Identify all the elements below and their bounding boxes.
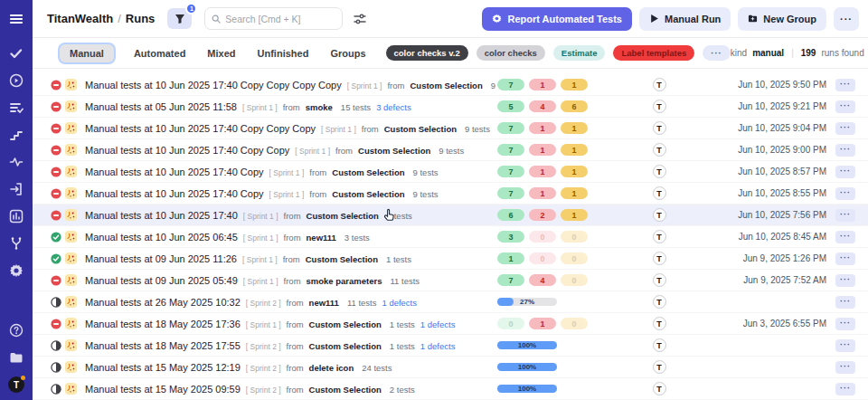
user-avatar[interactable]: T	[8, 376, 24, 393]
run-from-label: from	[287, 385, 304, 395]
row-more-button[interactable]: ···	[835, 296, 855, 309]
report-automated-tests-button[interactable]: Report Automated Tests	[482, 7, 632, 31]
header-more-button[interactable]: ···	[834, 7, 859, 31]
run-timestamp: Jun 10, 2025 9:21 PM	[709, 101, 835, 111]
author-avatar[interactable]: T	[653, 100, 666, 113]
breadcrumb-project[interactable]: TitanWealth	[47, 12, 113, 25]
activity-icon[interactable]	[9, 154, 24, 169]
traceability-icon[interactable]	[9, 235, 24, 251]
projects-icon[interactable]	[9, 349, 24, 365]
run-tag[interactable]: Estimate	[553, 45, 606, 61]
search-box[interactable]	[204, 7, 343, 30]
run-title-cell: Manual tests at 10 Jun 2025 17:40 Copy […	[85, 167, 497, 177]
author-cell: T	[609, 382, 709, 395]
row-more-button[interactable]: ···	[835, 361, 855, 374]
run-tests: 24 tests	[362, 363, 392, 373]
run-from-label: from	[284, 233, 301, 243]
author-avatar[interactable]: T	[653, 143, 666, 157]
run-defects-link[interactable]: 1 defects	[420, 341, 456, 351]
import-icon[interactable]	[9, 181, 24, 196]
runs-icon[interactable]	[9, 72, 24, 88]
tab-automated[interactable]: Automated	[132, 44, 187, 62]
author-avatar[interactable]: T	[653, 230, 666, 243]
row-more-button[interactable]: ···	[835, 339, 855, 352]
row-more-button[interactable]: ···	[835, 166, 855, 178]
run-row[interactable]: Manual tests at 10 Jun 2025 17:40 Copy C…	[33, 139, 868, 161]
author-avatar[interactable]: T	[653, 338, 666, 352]
tab-mixed[interactable]: Mixed	[205, 44, 237, 62]
author-avatar[interactable]: T	[653, 252, 666, 265]
search-input[interactable]	[225, 14, 335, 24]
menu-icon[interactable]	[9, 11, 24, 26]
author-avatar[interactable]: T	[653, 78, 666, 91]
row-more-button[interactable]: ···	[835, 100, 855, 113]
row-more-button[interactable]: ···	[835, 187, 855, 200]
new-group-button[interactable]: New Group	[738, 7, 826, 31]
run-tag[interactable]: Label templates	[613, 45, 694, 61]
run-from-label: from	[287, 363, 304, 373]
settings-icon[interactable]	[9, 262, 24, 278]
tab-unfinished[interactable]: Unfinished	[256, 44, 311, 62]
test-cases-icon[interactable]	[9, 45, 24, 61]
run-from-label: from	[287, 341, 304, 351]
analytics-icon[interactable]	[9, 208, 24, 224]
filter-bar: ManualAutomatedMixedUnfinishedGroups col…	[33, 38, 868, 69]
run-row[interactable]: Manual tests at 10 Jun 2025 17:40 Copy […	[33, 183, 868, 205]
run-from-label: from	[284, 276, 301, 286]
author-avatar[interactable]: T	[653, 121, 666, 135]
row-more-button[interactable]: ···	[835, 383, 855, 395]
run-row[interactable]: Manual tests at 10 Jun 2025 17:40 Copy C…	[33, 118, 868, 139]
row-more-button[interactable]: ···	[835, 231, 855, 243]
author-avatar[interactable]: T	[653, 317, 666, 330]
run-tag[interactable]: color checks v.2	[386, 45, 468, 61]
author-avatar[interactable]: T	[653, 208, 666, 222]
run-row[interactable]: Manual tests at 10 Jun 2025 17:40 [ Spri…	[33, 205, 868, 226]
run-sprint: [ Sprint 2 ]	[246, 299, 281, 308]
filter-button[interactable]: 1	[167, 8, 192, 29]
author-avatar[interactable]: T	[653, 360, 666, 374]
author-avatar[interactable]: T	[653, 273, 666, 287]
run-row[interactable]: Manual tests at 10 Jun 2025 06:45 [ Spri…	[33, 226, 868, 248]
tab-groups[interactable]: Groups	[328, 44, 367, 62]
run-row[interactable]: Manual tests at 09 Jun 2025 05:49 [ Spri…	[33, 270, 868, 291]
run-row[interactable]: Manual tests at 10 Jun 2025 17:40 Copy […	[33, 161, 868, 183]
run-row[interactable]: Manual tests at 15 May 2025 09:59 [ Spri…	[33, 378, 868, 400]
run-tests: 9 tests	[465, 124, 490, 134]
display-settings-icon[interactable]	[354, 13, 366, 25]
run-defects-link[interactable]: 1 defects	[382, 298, 417, 308]
run-tests: 11 tests	[391, 276, 420, 286]
tab-manual[interactable]: Manual	[60, 44, 114, 62]
author-avatar[interactable]: T	[653, 382, 666, 395]
run-row[interactable]: Manual tests at 18 May 2025 17:55 [ Spri…	[33, 335, 868, 357]
review-icon[interactable]	[9, 100, 24, 115]
shared-steps-icon[interactable]	[9, 127, 24, 142]
run-row[interactable]: Manual tests at 18 May 2025 17:36 [ Spri…	[33, 313, 868, 335]
run-row[interactable]: Manual tests at 26 May 2025 10:32 [ Spri…	[33, 291, 868, 313]
run-defects-link[interactable]: 3 defects	[376, 102, 411, 112]
run-row[interactable]: Manual tests at 15 May 2025 12:19 [ Spri…	[33, 357, 868, 378]
run-tests: 9 tests	[387, 211, 412, 221]
status-in-progress-icon	[51, 362, 65, 373]
status-failed-icon	[51, 188, 65, 199]
author-avatar[interactable]: T	[653, 186, 666, 200]
help-icon[interactable]	[9, 322, 24, 338]
manual-run-button[interactable]: Manual Run	[639, 7, 731, 31]
run-defects-link[interactable]: 1 defects	[420, 319, 456, 329]
author-avatar[interactable]: T	[653, 295, 666, 309]
run-row[interactable]: Manual tests at 09 Jun 2025 11:26 [ Spri…	[33, 248, 868, 270]
run-source: Custom Selection	[309, 385, 382, 395]
result-pills: 7 1 1	[497, 166, 609, 177]
tags-more-button[interactable]: ···	[703, 45, 731, 61]
author-avatar[interactable]: T	[653, 165, 666, 178]
row-more-button[interactable]: ···	[835, 274, 855, 287]
run-tag[interactable]: color checks	[476, 45, 545, 61]
row-more-button[interactable]: ···	[835, 252, 855, 265]
row-more-button[interactable]: ···	[835, 79, 855, 91]
row-more-button[interactable]: ···	[835, 318, 855, 330]
run-row[interactable]: Manual tests at 05 Jun 2025 11:58 [ Spri…	[33, 96, 868, 118]
row-more-button[interactable]: ···	[835, 209, 855, 222]
progress-label: 100%	[497, 363, 557, 371]
row-more-button[interactable]: ···	[835, 122, 855, 135]
run-row[interactable]: Manual tests at 10 Jun 2025 17:40 Copy C…	[33, 74, 868, 96]
row-more-button[interactable]: ···	[835, 144, 855, 157]
